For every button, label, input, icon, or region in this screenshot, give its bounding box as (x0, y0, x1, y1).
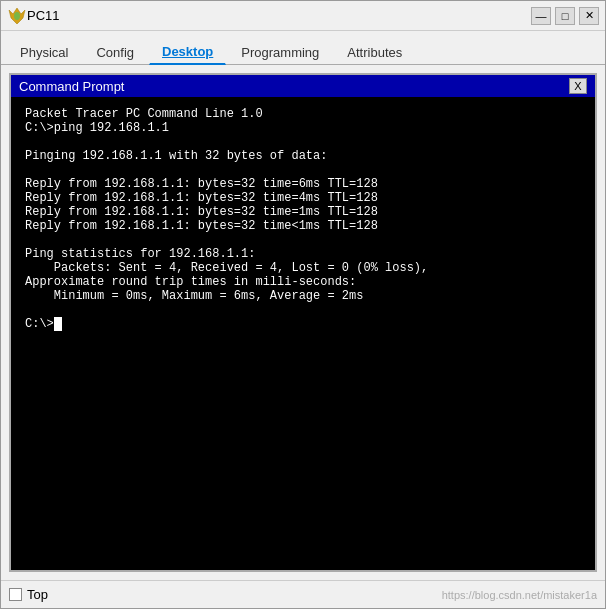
top-checkbox[interactable] (9, 588, 22, 601)
minimize-button[interactable]: — (531, 7, 551, 25)
cmd-close-button[interactable]: X (569, 78, 587, 94)
title-bar: PC11 — □ ✕ (1, 1, 605, 31)
tab-programming[interactable]: Programming (228, 40, 332, 65)
close-window-button[interactable]: ✕ (579, 7, 599, 25)
cmd-title: Command Prompt (19, 79, 124, 94)
cmd-body[interactable]: Packet Tracer PC Command Line 1.0 C:\>pi… (11, 97, 595, 570)
app-window: PC11 — □ ✕ Physical Config Desktop Progr… (0, 0, 606, 609)
cmd-title-bar: Command Prompt X (11, 75, 595, 97)
app-icon (7, 6, 27, 26)
tab-physical[interactable]: Physical (7, 40, 81, 65)
top-checkbox-area: Top (9, 587, 48, 602)
tab-bar: Physical Config Desktop Programming Attr… (1, 31, 605, 65)
top-label: Top (27, 587, 48, 602)
window-title: PC11 (27, 8, 531, 23)
tab-attributes[interactable]: Attributes (334, 40, 415, 65)
maximize-button[interactable]: □ (555, 7, 575, 25)
svg-point-1 (14, 12, 20, 20)
window-controls: — □ ✕ (531, 7, 599, 25)
cursor (54, 317, 62, 331)
bottom-bar: Top https://blog.csdn.net/mistaker1a (1, 580, 605, 608)
tab-desktop[interactable]: Desktop (149, 39, 226, 65)
tab-config[interactable]: Config (83, 40, 147, 65)
watermark: https://blog.csdn.net/mistaker1a (442, 589, 597, 601)
command-prompt-window: Command Prompt X Packet Tracer PC Comman… (9, 73, 597, 572)
content-area: Command Prompt X Packet Tracer PC Comman… (1, 65, 605, 580)
